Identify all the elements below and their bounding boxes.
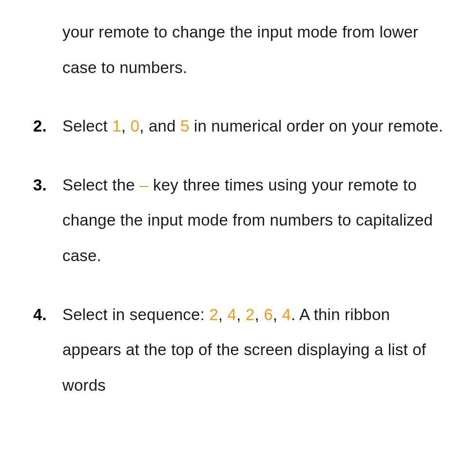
step-text-fragment: , (254, 305, 264, 324)
highlighted-number: 6 (264, 305, 273, 324)
step-text-fragment: Select in sequence: (62, 305, 209, 324)
step-item: 3.Select the – key three times using you… (33, 168, 446, 274)
step-text-fragment: , (218, 305, 228, 324)
step-text-fragment: in numerical order on your remote. (190, 117, 444, 135)
step-body: Select the – key three times using your … (62, 176, 433, 265)
step-body: Select in sequence: 2, 4, 2, 6, 4. A thi… (62, 305, 426, 394)
step-text-fragment: Select (62, 117, 112, 135)
highlighted-number: 1 (112, 117, 121, 135)
ordered-steps-list: 2.Select 1, 0, and 5 in numerical order … (33, 109, 446, 403)
step-text-fragment: , (236, 305, 246, 324)
step-text-fragment: Select the (62, 176, 139, 194)
step-number: 2. (33, 109, 47, 144)
highlighted-number: 2 (209, 305, 218, 324)
highlighted-number: 0 (131, 117, 140, 135)
step-body: Select 1, 0, and 5 in numerical order on… (62, 117, 443, 135)
dash-key-icon: – (139, 176, 149, 194)
step-text-fragment: , (121, 117, 131, 135)
step-item: 4.Select in sequence: 2, 4, 2, 6, 4. A t… (33, 297, 446, 403)
highlighted-number: 2 (246, 305, 255, 324)
highlighted-number: 4 (282, 305, 291, 324)
step-number: 3. (33, 168, 47, 203)
step-item: 2.Select 1, 0, and 5 in numerical order … (33, 109, 446, 144)
step-number: 4. (33, 297, 47, 333)
continued-paragraph: your remote to change the input mode fro… (33, 15, 446, 85)
step-text-fragment: , (273, 305, 282, 324)
highlighted-number: 5 (180, 117, 190, 135)
highlighted-number: 4 (228, 305, 237, 324)
document-page: your remote to change the input mode fro… (0, 0, 465, 403)
step-text-fragment: , and (139, 117, 180, 135)
